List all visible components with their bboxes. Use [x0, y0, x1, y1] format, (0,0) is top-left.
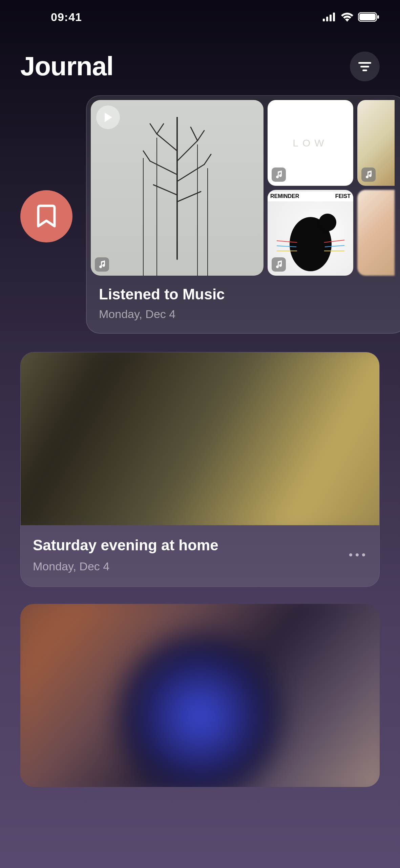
album-large[interactable] — [91, 100, 264, 276]
ellipsis-icon — [356, 553, 359, 556]
music-badge — [272, 167, 286, 182]
svg-line-14 — [177, 164, 204, 181]
album-small-feist[interactable]: REMINDER FEIST — [268, 190, 353, 276]
svg-rect-8 — [360, 66, 369, 67]
status-bar: 09:41 — [0, 0, 400, 34]
music-badge — [272, 257, 286, 272]
svg-rect-1 — [326, 17, 328, 21]
svg-rect-6 — [377, 15, 379, 19]
ellipsis-icon — [349, 553, 352, 556]
cellular-icon — [323, 13, 336, 21]
music-note-icon — [365, 171, 372, 179]
bookmark-badge[interactable] — [20, 190, 72, 242]
music-note-icon — [275, 171, 282, 179]
album-partial-bottom[interactable] — [357, 190, 395, 276]
svg-line-16 — [177, 192, 201, 202]
entry-photo-2[interactable] — [20, 604, 380, 787]
album-grid: LOW REMINDER FEIST — [91, 100, 400, 276]
music-note-icon — [275, 260, 282, 269]
feist-label-left: REMINDER — [270, 193, 299, 200]
music-note-icon — [98, 260, 106, 269]
entry-music: LOW REMINDER FEIST — [0, 95, 400, 334]
svg-line-12 — [177, 141, 197, 161]
status-time: 09:41 — [51, 11, 82, 24]
svg-rect-7 — [358, 62, 371, 64]
album-small-low[interactable]: LOW — [268, 100, 353, 186]
entry-date: Monday, Dec 4 — [99, 308, 393, 321]
svg-line-17 — [150, 124, 157, 134]
album-partial-top[interactable] — [357, 100, 395, 186]
ellipsis-icon — [362, 553, 365, 556]
feist-label-right: FEIST — [335, 193, 351, 200]
svg-line-20 — [191, 127, 197, 141]
entry-date: Monday, Dec 4 — [33, 560, 218, 573]
battery-icon — [358, 12, 380, 22]
more-button[interactable] — [347, 548, 367, 562]
svg-line-11 — [157, 134, 177, 151]
play-button[interactable] — [96, 105, 120, 129]
wifi-icon — [340, 12, 354, 22]
entry-photo-preview — [21, 352, 379, 525]
page-title: Journal — [20, 51, 113, 82]
svg-rect-0 — [323, 19, 325, 21]
svg-line-22 — [204, 154, 211, 164]
filter-button[interactable] — [350, 52, 380, 81]
filter-icon — [358, 61, 372, 72]
svg-line-19 — [197, 131, 204, 141]
music-card-meta: Listened to Music Monday, Dec 4 — [91, 276, 400, 329]
svg-point-24 — [319, 214, 336, 231]
entry-photo-preview — [20, 604, 380, 787]
header: Journal — [0, 34, 400, 95]
svg-rect-3 — [333, 13, 335, 21]
entry-title: Saturday evening at home — [33, 537, 218, 554]
status-icons — [323, 12, 380, 22]
music-card[interactable]: LOW REMINDER FEIST — [86, 95, 400, 334]
svg-line-15 — [153, 185, 177, 195]
music-badge — [95, 257, 109, 272]
svg-rect-5 — [359, 14, 376, 20]
entry-title: Listened to Music — [99, 286, 393, 303]
entry-photo-1[interactable]: Saturday evening at home Monday, Dec 4 — [20, 352, 380, 587]
svg-line-21 — [143, 151, 150, 161]
svg-rect-9 — [362, 70, 367, 71]
bookmark-icon — [37, 204, 56, 228]
svg-line-18 — [157, 124, 164, 134]
svg-rect-2 — [330, 15, 332, 21]
play-icon — [103, 112, 113, 123]
music-badge — [361, 167, 376, 182]
svg-line-13 — [150, 161, 177, 175]
